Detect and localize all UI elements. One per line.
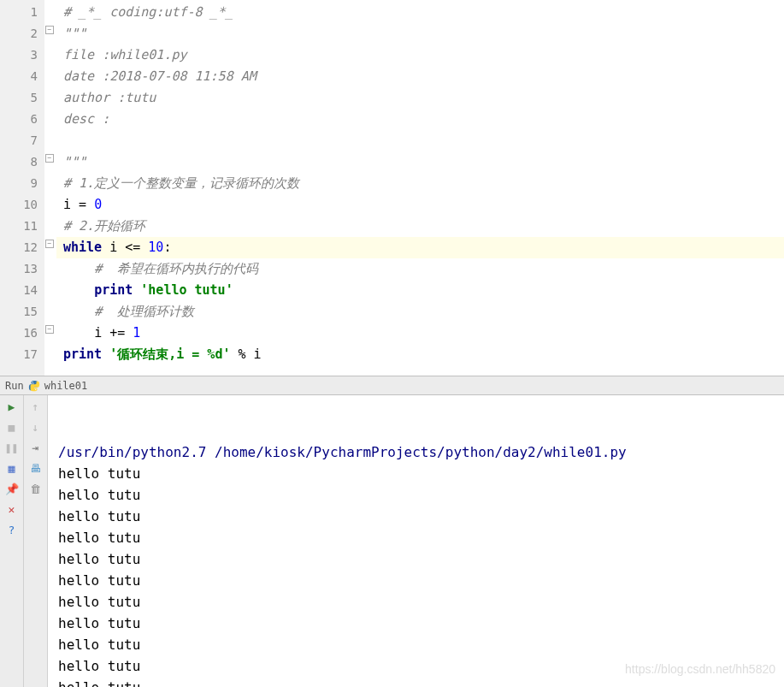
watermark: https://blog.csdn.net/hh5820	[625, 659, 775, 680]
output-line: hello tutu	[58, 463, 784, 484]
code-line[interactable]: i = 0	[63, 194, 784, 216]
output-line: hello tutu	[58, 484, 784, 506]
code-line[interactable]: # 希望在循环内执行的代码	[63, 258, 784, 280]
line-number: 15	[0, 301, 38, 323]
line-number: 17	[0, 344, 38, 365]
output-line: hello tutu	[58, 548, 784, 570]
line-number: 2	[0, 23, 38, 44]
svg-point-1	[35, 388, 36, 389]
console-output[interactable]: /usr/bin/python2.7 /home/kiosk/PycharmPr…	[48, 395, 784, 687]
output-panel: ▶ ■ ❚❚ ▦ 📌 ✕ ? ↑ ↓ ⇥ 🖶 🗑 /usr/bin/python…	[0, 395, 784, 687]
line-number: 8	[0, 151, 38, 173]
trash-button[interactable]: 🗑	[28, 481, 44, 496]
line-number: 16	[0, 323, 38, 344]
code-area[interactable]: # _*_ coding:utf-8 _*_"""file :while01.p…	[56, 0, 784, 376]
line-number: 14	[0, 280, 38, 301]
line-number: 4	[0, 66, 38, 87]
output-line: hello tutu	[58, 613, 784, 634]
line-number: 10	[0, 194, 38, 216]
code-line[interactable]: print '循环结束,i = %d' % i	[63, 344, 784, 365]
print-button[interactable]: 🖶	[28, 460, 44, 476]
line-number: 11	[0, 216, 38, 237]
close-button[interactable]: ✕	[4, 501, 20, 517]
fold-handle[interactable]: −	[45, 154, 54, 163]
code-line[interactable]: # 处理循环计数	[63, 301, 784, 323]
line-number: 9	[0, 173, 38, 194]
output-line: hello tutu	[58, 570, 784, 591]
line-number: 3	[0, 44, 38, 66]
output-line: hello tutu	[58, 634, 784, 655]
code-line[interactable]: file :while01.py	[63, 44, 784, 66]
fold-column: − − − −	[44, 0, 56, 376]
line-number: 1	[0, 2, 38, 23]
run-toolbar: Run while01	[0, 376, 784, 395]
line-number: 13	[0, 258, 38, 280]
code-line[interactable]: """	[63, 23, 784, 44]
code-line[interactable]: desc :	[63, 109, 784, 130]
down-button[interactable]: ↓	[28, 419, 44, 435]
run-config-name: while01	[44, 380, 88, 392]
code-line[interactable]: # _*_ coding:utf-8 _*_	[63, 2, 784, 23]
run-controls-column: ▶ ■ ❚❚ ▦ 📌 ✕ ?	[0, 395, 24, 687]
code-line[interactable]: while i <= 10:	[56, 237, 784, 258]
console-controls-column: ↑ ↓ ⇥ 🖶 🗑	[24, 395, 48, 687]
line-number: 7	[0, 130, 38, 151]
code-line[interactable]: # 2.开始循环	[63, 216, 784, 237]
command-line: /usr/bin/python2.7 /home/kiosk/PycharmPr…	[58, 441, 784, 463]
fold-handle[interactable]: −	[45, 240, 54, 248]
code-line[interactable]: print 'hello tutu'	[63, 280, 784, 301]
fold-handle[interactable]: −	[45, 26, 54, 34]
line-gutter: 1234567891011121314151617	[0, 0, 44, 376]
code-line[interactable]: author :tutu	[63, 87, 784, 109]
run-label: Run	[5, 380, 24, 392]
code-line[interactable]	[63, 130, 784, 151]
pause-button[interactable]: ❚❚	[4, 440, 20, 455]
code-line[interactable]: """	[63, 151, 784, 173]
pin-button[interactable]: 📌	[4, 481, 20, 496]
fold-handle[interactable]: −	[45, 325, 54, 334]
rerun-button[interactable]: ▶	[4, 399, 20, 414]
output-line: hello tutu	[58, 527, 784, 548]
help-button[interactable]: ?	[4, 522, 20, 537]
python-icon	[28, 380, 40, 392]
stop-button[interactable]: ■	[4, 419, 20, 435]
output-line: hello tutu	[58, 506, 784, 527]
code-line[interactable]: # 1.定义一个整数变量，记录循环的次数	[63, 173, 784, 194]
code-editor[interactable]: 1234567891011121314151617 − − − − # _*_ …	[0, 0, 784, 376]
wrap-button[interactable]: ⇥	[28, 440, 44, 455]
line-number: 12	[0, 237, 38, 258]
line-number: 5	[0, 87, 38, 109]
line-number: 6	[0, 109, 38, 130]
layout-button[interactable]: ▦	[4, 460, 20, 476]
code-line[interactable]: date :2018-07-08 11:58 AM	[63, 66, 784, 87]
output-line: hello tutu	[58, 591, 784, 613]
up-button[interactable]: ↑	[28, 399, 44, 414]
code-line[interactable]: i += 1	[63, 323, 784, 344]
svg-point-0	[32, 381, 32, 382]
